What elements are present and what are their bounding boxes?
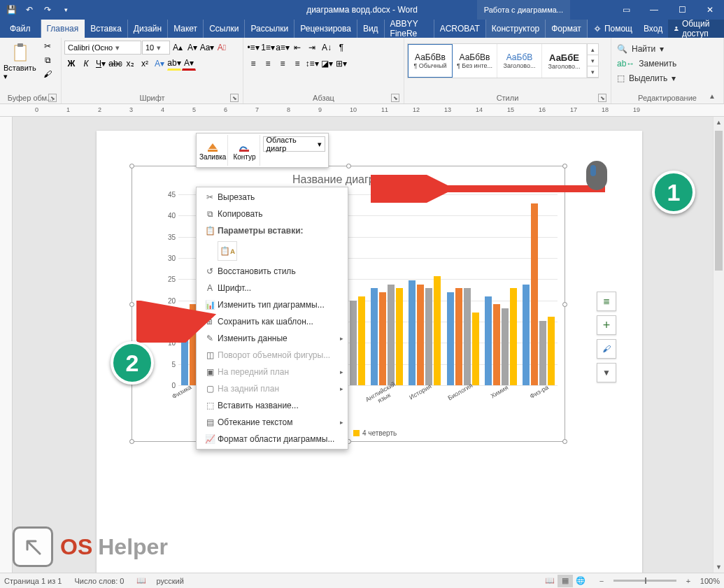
style-nospacing[interactable]: АаБбВв¶ Без инте... xyxy=(453,44,497,78)
gallery-down-icon[interactable]: ▾ xyxy=(588,55,598,66)
layout-options-icon[interactable]: ≣ xyxy=(597,292,616,311)
bold-icon[interactable]: Ж xyxy=(64,57,78,71)
font-color-icon[interactable]: A▾ xyxy=(182,57,196,71)
tab-home[interactable]: Главная xyxy=(41,20,85,38)
copy-icon[interactable]: ⧉ xyxy=(41,53,55,67)
style-normal[interactable]: АаБбВв¶ Обычный xyxy=(408,44,453,78)
ctx-insert-caption[interactable]: ⬚Вставить название... xyxy=(197,397,348,414)
sign-in[interactable]: Вход xyxy=(638,20,668,38)
tab-design[interactable]: Дизайн xyxy=(128,20,168,38)
borders-icon[interactable]: ⊞▾ xyxy=(334,57,348,71)
subscript-icon[interactable]: x₂ xyxy=(123,57,137,71)
word-count[interactable]: Число слов: 0 xyxy=(74,577,124,585)
chart-area-combo[interactable]: Область диагр▾ xyxy=(263,136,325,152)
cut-icon[interactable]: ✂ xyxy=(41,39,55,53)
change-case-icon[interactable]: Aa▾ xyxy=(200,41,214,55)
web-layout-icon[interactable]: 🌐 xyxy=(573,575,588,587)
font-name-combo[interactable]: Calibri (Осно▾ xyxy=(64,41,141,55)
redo-icon[interactable]: ↷ xyxy=(39,1,56,18)
read-mode-icon[interactable]: 📖 xyxy=(542,575,558,587)
format-painter-icon[interactable]: 🖌 xyxy=(41,67,55,81)
sort-icon[interactable]: A↓ xyxy=(320,41,334,55)
replace-button[interactable]: ab↔Заменить xyxy=(614,57,679,71)
clear-format-icon[interactable]: A⃠ xyxy=(215,41,229,55)
scroll-thumb[interactable] xyxy=(715,131,723,271)
tell-me[interactable]: Помощ xyxy=(588,20,638,38)
collapse-ribbon-icon[interactable]: ▲ xyxy=(709,92,721,102)
line-spacing-icon[interactable]: ↕≡▾ xyxy=(305,57,319,71)
tab-file[interactable]: Файл xyxy=(0,20,41,38)
spellcheck-icon[interactable]: 📖 xyxy=(136,576,146,585)
print-layout-icon[interactable]: ▦ xyxy=(558,575,573,587)
bullets-icon[interactable]: •≡▾ xyxy=(246,41,260,55)
tab-view[interactable]: Вид xyxy=(357,20,385,38)
chart-styles-icon[interactable]: 🖌 xyxy=(597,339,616,359)
ctx-format-chart-area[interactable]: 📈Формат области диаграммы... xyxy=(197,431,348,447)
maximize-icon[interactable]: ☐ xyxy=(668,0,696,20)
tab-review[interactable]: Рецензирова xyxy=(294,20,357,38)
tab-layout[interactable]: Макет xyxy=(168,20,204,38)
minimize-icon[interactable]: — xyxy=(640,0,668,20)
align-left-icon[interactable]: ≡ xyxy=(246,57,260,71)
italic-icon[interactable]: К xyxy=(79,57,93,71)
save-icon[interactable]: 💾 xyxy=(3,1,20,18)
find-button[interactable]: 🔍Найти ▾ xyxy=(614,42,679,56)
multilevel-icon[interactable]: a≡▾ xyxy=(276,41,290,55)
ctx-text-wrap[interactable]: ▤Обтекание текстом▸ xyxy=(197,414,348,431)
tab-abbyy[interactable]: ABBYY FineRe xyxy=(385,20,434,38)
font-size-combo[interactable]: 10▾ xyxy=(142,41,170,55)
chart-elements-icon[interactable]: + xyxy=(597,315,616,335)
scroll-down-icon[interactable]: ▼ xyxy=(714,561,724,573)
zoom-in-icon[interactable]: + xyxy=(681,575,696,587)
grow-font-icon[interactable]: A▴ xyxy=(171,41,185,55)
vertical-scrollbar[interactable]: ▲ ▼ xyxy=(713,117,724,573)
styles-launcher[interactable]: ⬊ xyxy=(598,94,606,102)
highlight-icon[interactable]: ab▾ xyxy=(167,57,181,71)
ctx-font[interactable]: AШрифт... xyxy=(197,280,348,296)
para-launcher[interactable]: ⬊ xyxy=(391,94,399,102)
text-effects-icon[interactable]: A▾ xyxy=(152,57,166,71)
share-button[interactable]: Общий доступ xyxy=(668,20,724,38)
justify-icon[interactable]: ≡ xyxy=(290,57,304,71)
align-right-icon[interactable]: ≡ xyxy=(276,57,290,71)
language-indicator[interactable]: русский xyxy=(156,577,183,585)
underline-icon[interactable]: Ч▾ xyxy=(94,57,108,71)
zoom-level[interactable]: 100% xyxy=(700,577,720,585)
tab-mailings[interactable]: Рассылки xyxy=(245,20,294,38)
font-launcher[interactable]: ⬊ xyxy=(230,94,239,102)
shading-icon[interactable]: ◪▾ xyxy=(320,57,334,71)
outline-button[interactable]: Контур xyxy=(229,135,260,166)
ribbon-display-options-icon[interactable]: ▭ xyxy=(612,0,640,20)
qat-dropdown-icon[interactable]: ▾ xyxy=(57,1,74,18)
undo-icon[interactable]: ↶ xyxy=(21,1,38,18)
fill-button[interactable]: Заливка xyxy=(198,135,228,166)
tab-chart-format[interactable]: Формат xyxy=(546,20,588,38)
zoom-out-icon[interactable]: − xyxy=(594,575,609,587)
superscript-icon[interactable]: x² xyxy=(138,57,152,71)
page-indicator[interactable]: Страница 1 из 1 xyxy=(4,577,62,585)
style-heading2[interactable]: АаБбЕЗаголово... xyxy=(542,44,587,78)
scroll-up-icon[interactable]: ▲ xyxy=(714,117,724,128)
zoom-slider[interactable] xyxy=(613,580,676,582)
horizontal-ruler[interactable]: 012345678910111213141516171819 xyxy=(0,104,724,117)
close-icon[interactable]: ✕ xyxy=(696,0,724,20)
gallery-up-icon[interactable]: ▴ xyxy=(588,44,598,55)
clipboard-launcher[interactable]: ⬊ xyxy=(48,94,57,102)
show-marks-icon[interactable]: ¶ xyxy=(334,41,348,55)
tab-chart-design[interactable]: Конструктор xyxy=(486,20,546,38)
styles-gallery[interactable]: АаБбВв¶ Обычный АаБбВв¶ Без инте... АаБб… xyxy=(407,43,599,78)
shrink-font-icon[interactable]: A▾ xyxy=(185,41,199,55)
numbering-icon[interactable]: 1≡▾ xyxy=(261,41,275,55)
chart-filter-icon[interactable]: ▼ xyxy=(597,363,616,382)
decrease-indent-icon[interactable]: ⇤ xyxy=(290,41,304,55)
align-center-icon[interactable]: ≡ xyxy=(261,57,275,71)
ctx-copy[interactable]: ⧉Копировать xyxy=(197,206,348,222)
tab-acrobat[interactable]: ACROBAT xyxy=(434,20,486,38)
style-heading1[interactable]: АаБбВЗаголово... xyxy=(497,44,542,78)
paste-button[interactable]: Вставить ▾ xyxy=(3,39,39,84)
select-button[interactable]: ⬚Выделить ▾ xyxy=(614,71,679,85)
gallery-more-icon[interactable]: ▾ xyxy=(588,66,598,78)
paste-keep-source-icon[interactable]: 📋ᴀ xyxy=(218,241,237,261)
vertical-ruler[interactable] xyxy=(0,117,13,573)
tab-references[interactable]: Ссылки xyxy=(204,20,245,38)
